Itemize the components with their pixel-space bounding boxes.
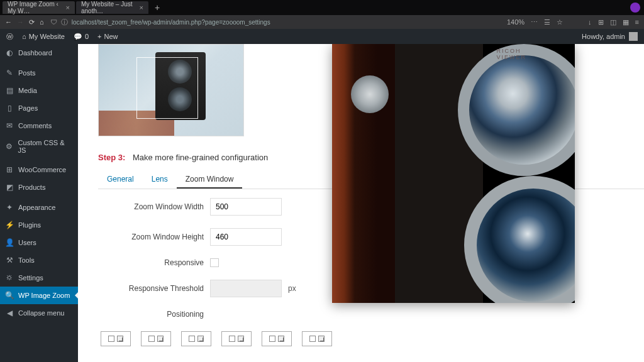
products-icon: ◩: [5, 183, 14, 192]
position-option-6[interactable]: [302, 331, 332, 346]
sidebar-item-pages[interactable]: ▯Pages: [0, 99, 78, 117]
wp-logo-icon[interactable]: ⓦ: [6, 32, 13, 41]
sidebar-item-posts[interactable]: ✎Posts: [0, 64, 78, 82]
sidebar-item-dashboard[interactable]: ◐Dashboard: [0, 44, 78, 62]
sidebar-label: WooCommerce: [18, 166, 66, 173]
sidebar-item-users[interactable]: 👤Users: [0, 234, 78, 251]
back-icon[interactable]: ←: [5, 18, 12, 26]
sidebar-icon[interactable]: ◫: [610, 18, 616, 26]
new-tab-button[interactable]: +: [150, 3, 165, 13]
positioning-label: Positioning: [98, 310, 204, 319]
reader-icon[interactable]: ☰: [544, 18, 550, 26]
url-text: localhost/test_zoom_free/wp-admin/admin.…: [72, 19, 270, 26]
profile-avatar[interactable]: [630, 3, 640, 13]
comments-link[interactable]: 💬 0: [74, 33, 89, 41]
settings-icon: ⛭: [5, 273, 14, 282]
position-option-1[interactable]: [101, 331, 131, 346]
media-icon: ▤: [5, 86, 14, 95]
sidebar-item-custom-css[interactable]: ⚙Custom CSS & JS: [0, 134, 78, 158]
height-input[interactable]: [210, 228, 282, 246]
height-label: Zoom Window Height: [98, 233, 204, 241]
content-area: Step 3: Make more fine-grained configura…: [78, 44, 644, 362]
site-link[interactable]: ⌂ My Website: [22, 33, 65, 40]
close-icon[interactable]: ×: [140, 4, 143, 11]
browser-tab-2[interactable]: My Website – Just anoth… ×: [76, 1, 148, 14]
howdy-text[interactable]: Howdy, admin: [582, 33, 625, 40]
sidebar-item-plugins[interactable]: ⚡Plugins: [0, 216, 78, 234]
home-icon[interactable]: ⌂: [40, 18, 44, 26]
sidebar-label: Dashboard: [18, 49, 52, 57]
preview-thumbnail[interactable]: [98, 44, 244, 136]
sidebar-item-media[interactable]: ▤Media: [0, 82, 78, 99]
sidebar-item-settings[interactable]: ⛭Settings: [0, 269, 78, 287]
sidebar-item-collapse[interactable]: ◀Collapse menu: [0, 304, 78, 322]
zoom-level: 140%: [507, 18, 525, 26]
tab-title: WP Image Zoom ‹ My W…: [8, 1, 62, 14]
sidebar-item-wp-image-zoom[interactable]: 🔍WP Image Zoom: [0, 287, 78, 304]
responsive-checkbox[interactable]: [210, 258, 219, 267]
download-icon[interactable]: ↓: [588, 18, 592, 26]
sidebar-item-woocommerce[interactable]: ⊞WooCommerce: [0, 161, 78, 178]
sidebar-label: Comments: [18, 122, 52, 129]
library-icon[interactable]: ⊞: [598, 18, 604, 26]
appearance-icon: ✦: [5, 203, 14, 212]
zoom-preview-window: [332, 44, 575, 303]
zoom-icon: 🔍: [5, 291, 14, 300]
tab-zoom-window[interactable]: Zoom Window: [177, 171, 243, 189]
sidebar-label: Appearance: [18, 204, 55, 211]
lens-selection-box: [136, 57, 198, 119]
user-avatar[interactable]: [629, 32, 638, 41]
browser-tab-1[interactable]: WP Image Zoom ‹ My W… ×: [3, 1, 75, 14]
sidebar-label: Plugins: [18, 221, 41, 229]
position-option-3[interactable]: [181, 331, 211, 346]
sidebar-label: WP Image Zoom: [18, 292, 70, 299]
sidebar-label: Users: [18, 239, 36, 246]
comments-icon: ✉: [5, 121, 14, 130]
step-description: Make more fine-grained configuration: [133, 153, 268, 162]
woo-icon: ⊞: [5, 165, 14, 174]
shield-icon: 🛡: [50, 18, 57, 26]
url-bar[interactable]: 🛡 ⓘ localhost/test_zoom_free/wp-admin/ad…: [50, 18, 501, 27]
star-icon[interactable]: ☆: [557, 18, 563, 26]
plugins-icon: ⚡: [5, 221, 14, 229]
sidebar-label: Pages: [18, 104, 38, 112]
position-option-5[interactable]: [262, 331, 292, 346]
ext-icon[interactable]: ▦: [623, 18, 629, 26]
sidebar-label: Products: [18, 184, 45, 191]
sidebar-label: Custom CSS & JS: [18, 139, 73, 154]
sidebar-item-tools[interactable]: ⚒Tools: [0, 251, 78, 269]
sidebar-label: Tools: [18, 256, 35, 264]
threshold-input: [210, 280, 282, 297]
more-icon[interactable]: ⋯: [531, 18, 538, 26]
tools-icon: ⚒: [5, 256, 14, 265]
tab-title: My Website – Just anoth…: [81, 1, 136, 14]
pages-icon: ▯: [5, 104, 14, 112]
sidebar-item-comments[interactable]: ✉Comments: [0, 117, 78, 134]
width-input[interactable]: [210, 198, 282, 216]
menu-icon[interactable]: ≡: [635, 18, 639, 26]
wp-admin-bar: ⓦ ⌂ My Website 💬 0 + New Howdy, admin: [0, 29, 644, 44]
dashboard-icon: ◐: [5, 48, 14, 57]
close-icon[interactable]: ×: [66, 4, 70, 11]
reload-icon[interactable]: ⟳: [29, 18, 35, 26]
sidebar-label: Collapse menu: [18, 309, 64, 317]
threshold-label: Responsive Threshold: [98, 284, 204, 293]
responsive-label: Responsive: [98, 258, 204, 267]
tab-lens[interactable]: Lens: [143, 171, 177, 189]
sidebar-item-products[interactable]: ◩Products: [0, 178, 78, 196]
sidebar-label: Settings: [18, 274, 43, 282]
users-icon: 👤: [5, 238, 14, 247]
admin-sidebar: ◐Dashboard ✎Posts ▤Media ▯Pages ✉Comment…: [0, 44, 78, 362]
positioning-options: [101, 331, 644, 346]
gear-icon: ⚙: [5, 142, 14, 151]
sidebar-item-appearance[interactable]: ✦Appearance: [0, 199, 78, 216]
info-icon: ⓘ: [61, 18, 68, 27]
browser-toolbar: ← → ⟳ ⌂ 🛡 ⓘ localhost/test_zoom_free/wp-…: [0, 15, 644, 29]
new-link[interactable]: + New: [97, 33, 118, 40]
collapse-icon: ◀: [5, 309, 14, 317]
tab-general[interactable]: General: [98, 171, 143, 189]
forward-icon[interactable]: →: [17, 18, 24, 26]
position-option-2[interactable]: [141, 331, 171, 346]
browser-tab-strip: WP Image Zoom ‹ My W… × My Website – Jus…: [0, 0, 644, 15]
position-option-4[interactable]: [221, 331, 252, 346]
